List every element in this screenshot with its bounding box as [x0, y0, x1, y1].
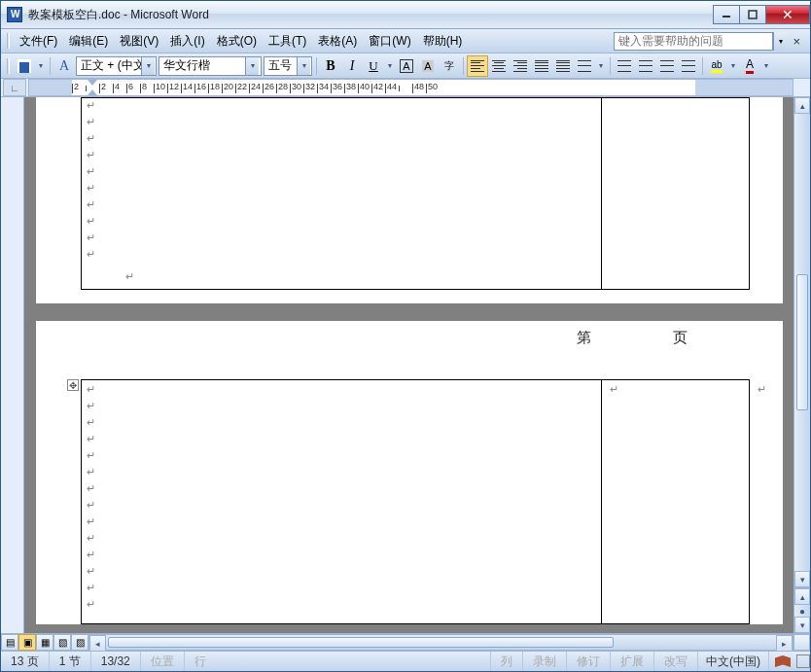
help-dropdown[interactable]: ▾	[773, 32, 787, 51]
ruler-row: ∟ 22468101214161820222426283032343638404…	[1, 79, 810, 97]
menu-help[interactable]: 帮助(H)	[417, 30, 469, 53]
style-combo[interactable]: 正文 + (中文▾	[76, 56, 157, 76]
scroll-thumb[interactable]	[796, 274, 808, 410]
decrease-indent-button[interactable]	[656, 55, 678, 77]
menu-file[interactable]: 文件(F)	[14, 30, 63, 53]
line-spacing-button[interactable]	[574, 55, 595, 77]
chevron-down-icon[interactable]: ▾	[245, 57, 259, 75]
ime-icon[interactable]	[796, 654, 810, 668]
menu-edit[interactable]: 编辑(E)	[63, 30, 114, 53]
first-line-indent-marker[interactable]	[88, 80, 97, 86]
italic-button[interactable]: I	[341, 55, 363, 77]
horizontal-ruler[interactable]: 2246810121416182022242628303234363840424…	[28, 79, 793, 96]
align-center-button[interactable]	[488, 55, 510, 77]
window-title: 教案模板空白.doc - Microsoft Word	[28, 7, 209, 23]
status-rec[interactable]: 录制	[523, 652, 567, 671]
size-combo[interactable]: 五号▾	[264, 56, 312, 76]
char-shading-button[interactable]: A	[417, 55, 439, 77]
styles-pane-button[interactable]: A	[53, 55, 75, 77]
word-icon	[7, 7, 22, 22]
align-left-button[interactable]	[467, 55, 488, 77]
status-col: 列	[491, 652, 523, 671]
menu-table[interactable]: 表格(A)	[312, 30, 363, 53]
minimize-button[interactable]	[713, 5, 740, 24]
status-page: 13 页	[1, 652, 50, 671]
increase-indent-button[interactable]	[678, 55, 699, 77]
menu-window[interactable]: 窗口(W)	[363, 30, 416, 53]
menu-view[interactable]: 视图(V)	[114, 30, 164, 53]
align-right-button[interactable]	[510, 55, 531, 77]
font-combo[interactable]: 华文行楷▾	[159, 56, 262, 76]
bullets-button[interactable]	[635, 55, 656, 77]
font-color-button[interactable]: A	[739, 55, 760, 77]
menu-tools[interactable]: 工具(T)	[263, 30, 312, 53]
browse-object-button[interactable]: ●	[794, 605, 810, 617]
titlebar: 教案模板空白.doc - Microsoft Word ✕	[1, 1, 810, 29]
style-value: 正文 + (中文	[77, 57, 141, 74]
align-justify-button[interactable]	[531, 55, 552, 77]
font-value: 华文行楷	[159, 57, 245, 74]
menu-format[interactable]: 格式(O)	[211, 30, 263, 53]
doc-close-button[interactable]: ×	[793, 34, 800, 49]
save-button[interactable]	[14, 55, 35, 77]
page: 第 页 ✥ ↵ ↵ ↵↵↵ ↵↵↵ ↵↵↵ ↵↵↵ ↵↵	[36, 321, 783, 624]
phonetic-guide-button[interactable]: 字	[439, 55, 460, 77]
size-value: 五号	[264, 57, 297, 74]
menu-insert[interactable]: 插入(I)	[164, 30, 210, 53]
distribute-button[interactable]	[552, 55, 574, 77]
print-layout-view-button[interactable]: ▣	[18, 634, 36, 651]
numbering-button[interactable]	[614, 55, 635, 77]
scroll-up-button[interactable]: ▴	[794, 97, 810, 114]
status-line: 行	[185, 652, 491, 671]
chevron-down-icon[interactable]: ▾	[297, 57, 310, 75]
toolbar-grip[interactable]	[7, 33, 10, 49]
underline-button[interactable]: U	[363, 55, 384, 77]
page: ↵ ↵↵↵ ↵↵↵ ↵↵↵ ↵	[36, 97, 783, 303]
hanging-indent-marker[interactable]	[88, 89, 97, 95]
document-viewport[interactable]: ↵ ↵↵↵ ↵↵↵ ↵↵↵ ↵ 第 页 ✥ ↵ ↵ ↵↵↵ ↵↵↵	[24, 97, 793, 633]
page-header: 第 页	[577, 329, 705, 347]
status-pages: 13/32	[91, 652, 141, 671]
highlight-dropdown[interactable]: ▾	[727, 55, 739, 77]
char-border-button[interactable]: A	[396, 55, 417, 77]
table-move-handle[interactable]: ✥	[67, 379, 79, 391]
chevron-down-icon[interactable]: ▾	[141, 57, 155, 75]
maximize-button[interactable]	[739, 5, 766, 24]
next-page-button[interactable]: ▾	[794, 617, 810, 633]
help-search-input[interactable]	[615, 34, 772, 48]
toolbar-grip[interactable]	[7, 58, 10, 74]
outline-view-button[interactable]: ▧	[53, 634, 71, 651]
reading-view-button[interactable]: ▨	[71, 634, 88, 651]
vertical-ruler[interactable]	[1, 97, 24, 633]
status-section: 1 节	[50, 652, 91, 671]
tab-selector[interactable]: ∟	[3, 79, 26, 96]
line-spacing-dropdown[interactable]: ▾	[595, 55, 607, 77]
paragraph-mark: ↵	[83, 97, 95, 114]
statusbar: 13 页 1 节 13/32 位置 行 列 录制 修订 扩展 改写 中文(中国)	[1, 651, 810, 671]
hscroll-thumb[interactable]	[108, 637, 614, 648]
scroll-right-button[interactable]: ▸	[776, 635, 793, 652]
save-dropdown[interactable]: ▾	[35, 55, 47, 77]
spellcheck-icon[interactable]	[775, 655, 791, 667]
status-rev[interactable]: 修订	[567, 652, 611, 671]
underline-dropdown[interactable]: ▾	[384, 55, 396, 77]
hscroll-row: ▤ ▣ ▦ ▧ ▨ ◂ ▸	[1, 633, 810, 651]
horizontal-scrollbar[interactable]: ◂ ▸	[88, 634, 793, 651]
font-color-dropdown[interactable]: ▾	[760, 55, 772, 77]
menubar: 文件(F) 编辑(E) 视图(V) 插入(I) 格式(O) 工具(T) 表格(A…	[1, 29, 810, 53]
formatting-toolbar: ▾ A 正文 + (中文▾ 华文行楷▾ 五号▾ B I U ▾ A A 字 ▾ …	[1, 53, 810, 79]
bold-button[interactable]: B	[320, 55, 341, 77]
highlight-button[interactable]: ab	[706, 55, 727, 77]
status-position: 位置	[141, 652, 185, 671]
vertical-scrollbar[interactable]: ▴ ▾ ▴ ● ▾	[793, 97, 810, 633]
status-ext[interactable]: 扩展	[611, 652, 654, 671]
scroll-left-button[interactable]: ◂	[89, 635, 106, 652]
status-ovr[interactable]: 改写	[654, 652, 698, 671]
status-language[interactable]: 中文(中国)	[698, 652, 769, 671]
web-layout-view-button[interactable]: ▦	[36, 634, 53, 651]
normal-view-button[interactable]: ▤	[1, 634, 18, 651]
prev-page-button[interactable]: ▴	[794, 588, 810, 605]
help-search-box[interactable]	[614, 32, 773, 51]
close-button[interactable]: ✕	[765, 5, 810, 24]
scroll-down-button[interactable]: ▾	[794, 571, 810, 587]
